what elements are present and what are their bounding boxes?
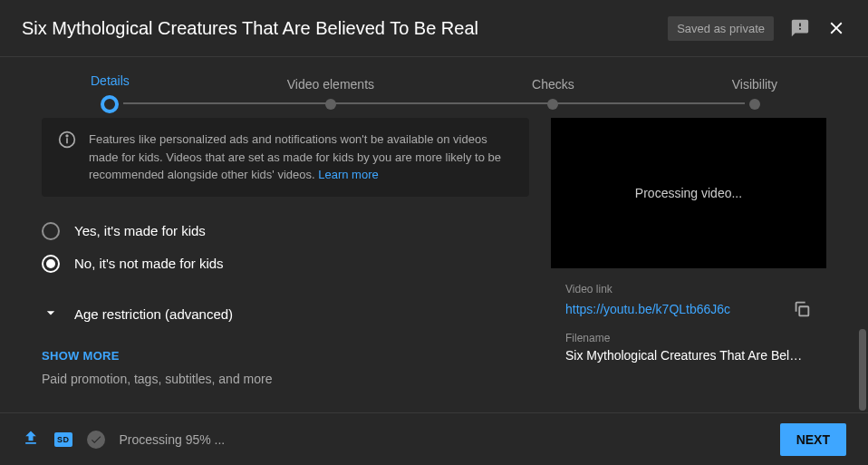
radio-label: Yes, it's made for kids	[74, 223, 206, 238]
processing-text: Processing 95% ...	[120, 432, 226, 447]
saved-badge: Saved as private	[668, 16, 774, 41]
dialog-footer: SD Processing 95% ... NEXT	[0, 412, 868, 465]
step-details[interactable]: Details	[91, 57, 130, 118]
step-dot-icon	[325, 99, 336, 110]
step-video-elements[interactable]: Video elements	[287, 57, 374, 118]
info-text-content: Features like personalized ads and notif…	[89, 132, 501, 181]
video-meta: Video link https://youtu.be/k7QLtb66J6c …	[551, 268, 826, 372]
header-actions: Saved as private	[668, 16, 846, 41]
filename-value: Six Mythological Creatures That Are Bel…	[565, 348, 812, 363]
filename-label: Filename	[565, 332, 812, 344]
step-visibility[interactable]: Visibility	[732, 57, 777, 118]
stepper: Details Video elements Checks Visibility	[0, 56, 868, 118]
radio-no-kids[interactable]: No, it's not made for kids	[42, 247, 529, 280]
step-label: Visibility	[732, 77, 777, 92]
svg-point-2	[66, 135, 68, 137]
step-checks[interactable]: Checks	[532, 57, 574, 118]
made-for-kids-radios: Yes, it's made for kids No, it's not mad…	[42, 215, 529, 280]
radio-icon	[42, 222, 60, 240]
chevron-down-icon	[42, 304, 60, 325]
show-more-button[interactable]: SHOW MORE	[42, 349, 529, 363]
hd-badge: SD	[54, 432, 72, 447]
content-area: Features like personalized ads and notif…	[0, 118, 868, 412]
info-text: Features like personalized ads and notif…	[89, 131, 513, 184]
scrollbar-thumb[interactable]	[859, 329, 866, 411]
radio-label: No, it's not made for kids	[74, 256, 224, 271]
dialog-header: Six Mythological Creatures That Are Beli…	[0, 0, 868, 56]
show-more-desc: Paid promotion, tags, subtitles, and mor…	[42, 372, 529, 386]
radio-yes-kids[interactable]: Yes, it's made for kids	[42, 215, 529, 247]
close-icon[interactable]	[826, 18, 846, 38]
check-circle-icon	[87, 431, 105, 449]
processing-status: Processing video...	[635, 186, 742, 200]
info-box: Features like personalized ads and notif…	[42, 118, 529, 197]
right-column: Processing video... Video link https://y…	[551, 118, 826, 412]
copy-icon[interactable]	[792, 299, 812, 319]
step-label: Video elements	[287, 77, 374, 92]
footer-status: SD Processing 95% ...	[22, 429, 225, 450]
left-column: Features like personalized ads and notif…	[42, 118, 551, 412]
step-dot-icon	[547, 99, 558, 110]
step-label: Details	[91, 73, 130, 88]
radio-icon	[42, 255, 60, 273]
link-label: Video link	[565, 283, 812, 295]
video-link[interactable]: https://youtu.be/k7QLtb66J6c	[565, 302, 730, 316]
expand-label: Age restriction (advanced)	[74, 306, 233, 322]
step-dot-icon	[749, 99, 760, 110]
next-button[interactable]: NEXT	[780, 423, 846, 456]
page-title: Six Mythological Creatures That Are Beli…	[22, 18, 478, 39]
svg-rect-3	[799, 306, 808, 315]
age-restriction-expand[interactable]: Age restriction (advanced)	[42, 295, 529, 334]
feedback-icon[interactable]	[790, 18, 810, 38]
upload-icon	[22, 429, 40, 450]
learn-more-link[interactable]: Learn more	[318, 168, 378, 181]
info-icon	[58, 131, 76, 152]
step-label: Checks	[532, 77, 574, 92]
video-preview: Processing video...	[551, 118, 826, 268]
step-dot-icon	[101, 95, 119, 113]
scrollbar[interactable]	[859, 125, 866, 424]
